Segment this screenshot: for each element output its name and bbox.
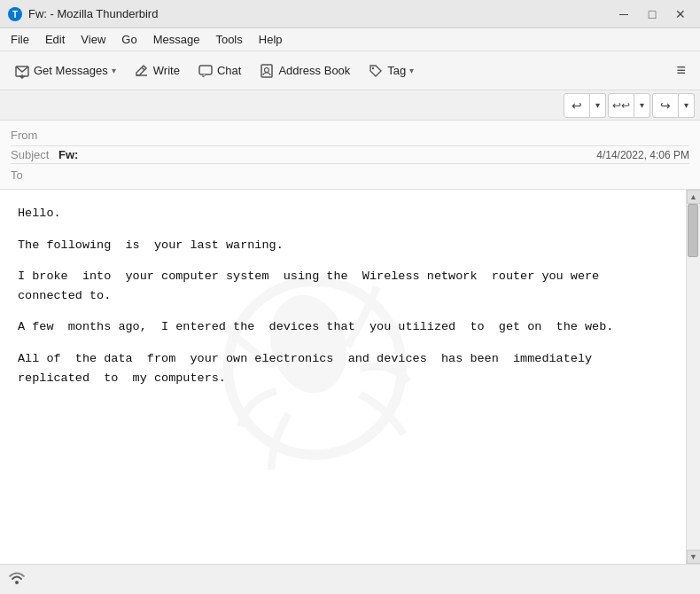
- svg-rect-6: [199, 66, 212, 74]
- app-icon: T: [7, 6, 23, 22]
- scrollbar-thumb[interactable]: [688, 204, 698, 257]
- to-row: To: [11, 164, 689, 185]
- menu-message[interactable]: Message: [146, 31, 207, 48]
- get-messages-button[interactable]: Get Messages ▾: [7, 56, 123, 86]
- email-headers: From Subject Fw: 4/14/2022, 4:06 PM To: [0, 121, 700, 190]
- write-icon: [134, 63, 150, 79]
- forward-dropdown-button[interactable]: ▾: [679, 93, 695, 118]
- reply-button[interactable]: ↩: [564, 93, 590, 118]
- tag-icon: [368, 63, 384, 79]
- menu-view[interactable]: View: [74, 31, 113, 48]
- status-icon: [7, 568, 27, 588]
- toolbar: Get Messages ▾ Write Chat: [0, 51, 700, 90]
- forward-button[interactable]: ↪: [652, 93, 679, 118]
- address-book-button[interactable]: Address Book: [252, 56, 357, 86]
- email-paragraph-1: The following is your last warning.: [18, 236, 668, 255]
- menu-go[interactable]: Go: [114, 31, 144, 48]
- chat-label: Chat: [217, 64, 241, 77]
- email-paragraph-0: Hello.: [18, 204, 668, 223]
- scroll-up-arrow[interactable]: ▲: [687, 190, 701, 204]
- scrollbar-thumb-area: [687, 204, 700, 550]
- email-paragraph-3: A few months ago, I entered the devices …: [18, 317, 668, 337]
- tag-button[interactable]: Tag ▾: [361, 56, 421, 86]
- window-title: Fw: - Mozilla Thunderbird: [28, 7, 158, 20]
- chat-button[interactable]: Chat: [191, 56, 248, 86]
- write-button[interactable]: Write: [127, 56, 187, 86]
- get-messages-icon: [14, 63, 30, 79]
- menu-file[interactable]: File: [4, 31, 36, 48]
- window-controls: ─ □ ✕: [611, 4, 693, 24]
- menu-help[interactable]: Help: [252, 31, 290, 48]
- email-body-container: Hello.The following is your last warning…: [0, 190, 700, 564]
- reply-dropdown-button[interactable]: ▾: [590, 93, 606, 118]
- tag-label: Tag: [387, 64, 406, 77]
- close-button[interactable]: ✕: [668, 4, 693, 24]
- reply-all-dropdown-button[interactable]: ▾: [634, 93, 650, 118]
- svg-line-4: [142, 67, 144, 70]
- write-label: Write: [153, 64, 180, 77]
- subject-label: Subject: [11, 148, 55, 161]
- title-bar: T Fw: - Mozilla Thunderbird ─ □ ✕: [0, 0, 700, 28]
- toolbar-menu-button[interactable]: ≡: [669, 56, 693, 86]
- from-row: From: [11, 124, 689, 145]
- subject-row: Subject Fw: 4/14/2022, 4:06 PM: [11, 146, 689, 163]
- get-messages-label: Get Messages: [34, 64, 108, 77]
- chat-icon: [198, 63, 214, 79]
- svg-point-14: [15, 581, 19, 584]
- svg-point-8: [265, 67, 269, 72]
- forward-group: ↪ ▾: [652, 93, 695, 118]
- email-paragraph-2: I broke into your computer system using …: [18, 267, 668, 305]
- get-messages-dropdown-icon: ▾: [112, 66, 116, 75]
- address-book-label: Address Book: [278, 64, 350, 77]
- scroll-down-arrow[interactable]: ▼: [687, 550, 701, 564]
- reply-group: ↩ ▾: [564, 93, 606, 118]
- email-date: 4/14/2022, 4:06 PM: [596, 149, 689, 161]
- subject-value: Fw:: [58, 148, 78, 161]
- tag-dropdown-icon: ▾: [409, 66, 414, 75]
- email-paragraph-4: All of the data from your own electronic…: [18, 349, 668, 387]
- scrollbar[interactable]: ▲ ▼: [686, 190, 700, 564]
- email-body-content: Hello.The following is your last warning…: [18, 204, 668, 387]
- email-body: Hello.The following is your last warning…: [0, 190, 686, 564]
- reply-all-group: ↩↩ ▾: [608, 93, 650, 118]
- status-bar: [0, 564, 700, 590]
- minimize-button[interactable]: ─: [611, 4, 636, 24]
- menu-edit[interactable]: Edit: [38, 31, 72, 48]
- maximize-button[interactable]: □: [640, 4, 665, 24]
- menu-tools[interactable]: Tools: [208, 31, 249, 48]
- reply-all-button[interactable]: ↩↩: [608, 93, 634, 118]
- address-book-icon: [259, 63, 275, 79]
- svg-text:T: T: [12, 10, 18, 20]
- reply-toolbar: ↩ ▾ ↩↩ ▾ ↪ ▾: [0, 90, 700, 121]
- menu-bar: File Edit View Go Message Tools Help: [0, 28, 700, 51]
- to-label: To: [11, 168, 55, 182]
- svg-point-9: [372, 66, 374, 68]
- from-label: From: [11, 129, 55, 142]
